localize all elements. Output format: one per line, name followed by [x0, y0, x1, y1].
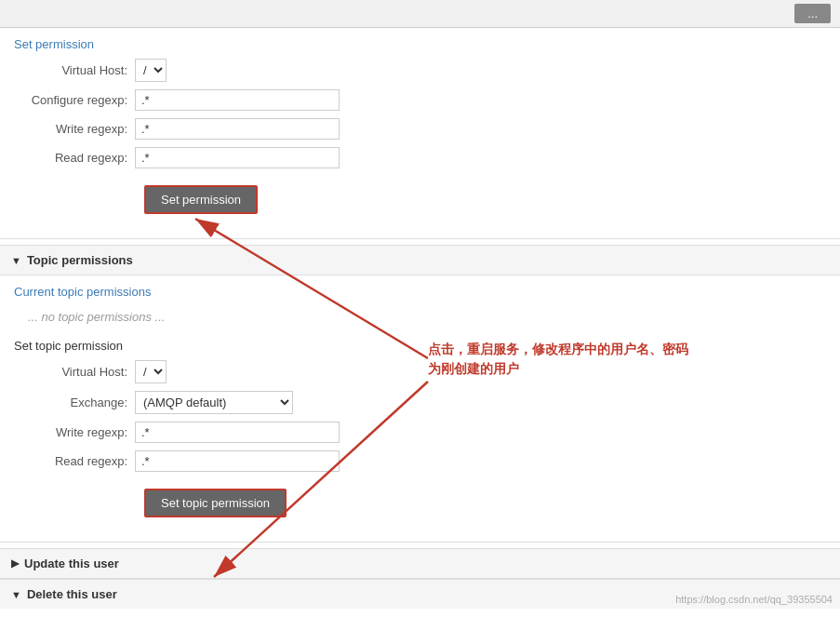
- virtual-host-group: Virtual Host: /: [14, 59, 826, 82]
- delete-user-header[interactable]: ▼ Delete this user: [0, 579, 840, 609]
- update-user-title: Update this user: [24, 557, 119, 570]
- divider-1: [0, 238, 840, 239]
- top-bar: ...: [0, 0, 840, 28]
- topic-permissions-title: Topic permissions: [27, 253, 133, 267]
- write-regexp-label: Write regexp:: [14, 122, 135, 136]
- update-user-header[interactable]: ▶ Update this user: [0, 548, 840, 579]
- configure-regexp-label: Configure regexp:: [14, 93, 135, 107]
- set-topic-permission-label: Set topic permission: [14, 339, 123, 353]
- topic-write-regexp-label: Write regexp:: [14, 425, 135, 439]
- topic-virtual-host-label: Virtual Host:: [14, 365, 135, 379]
- topic-virtual-host-group: Virtual Host: /: [14, 360, 826, 383]
- no-topic-perms-text: ... no topic permissions ...: [14, 304, 826, 329]
- update-user-arrow-icon: ▶: [11, 557, 19, 570]
- topic-read-regexp-input[interactable]: [135, 450, 340, 472]
- top-bar-button[interactable]: ...: [794, 4, 831, 23]
- topic-virtual-host-select[interactable]: /: [135, 360, 167, 383]
- read-regexp-label: Read regexp:: [14, 151, 135, 165]
- topic-permissions-header[interactable]: ▼ Topic permissions: [0, 245, 840, 275]
- topic-read-regexp-label: Read regexp:: [14, 454, 135, 468]
- exchange-label: Exchange:: [14, 396, 135, 409]
- topic-write-regexp-group: Write regexp:: [14, 422, 826, 443]
- topic-read-regexp-group: Read regexp:: [14, 450, 826, 472]
- set-topic-permission-button[interactable]: Set topic permission: [144, 489, 287, 517]
- exchange-group: Exchange: (AMQP default): [14, 391, 826, 414]
- current-topic-permissions-link[interactable]: Current topic permissions: [14, 285, 151, 299]
- collapse-arrow-icon: ▼: [11, 255, 21, 266]
- read-regexp-input[interactable]: [135, 147, 340, 168]
- set-permission-section: Set permission Virtual Host: / Configure…: [0, 28, 840, 233]
- write-regexp-input[interactable]: [135, 118, 340, 140]
- topic-permissions-section: Current topic permissions ... no topic p…: [0, 275, 840, 536]
- exchange-select[interactable]: (AMQP default): [135, 391, 293, 414]
- delete-user-title: Delete this user: [27, 587, 117, 601]
- set-permission-link[interactable]: Set permission: [14, 37, 94, 51]
- write-regexp-group: Write regexp:: [14, 118, 826, 140]
- configure-regexp-input[interactable]: [135, 89, 340, 111]
- virtual-host-label: Virtual Host:: [14, 63, 135, 77]
- read-regexp-group: Read regexp:: [14, 147, 826, 168]
- delete-user-arrow-icon: ▼: [11, 589, 21, 600]
- topic-write-regexp-input[interactable]: [135, 422, 340, 443]
- configure-regexp-group: Configure regexp:: [14, 89, 826, 111]
- set-permission-button[interactable]: Set permission: [144, 185, 258, 214]
- divider-2: [0, 542, 840, 543]
- virtual-host-select[interactable]: /: [135, 59, 167, 82]
